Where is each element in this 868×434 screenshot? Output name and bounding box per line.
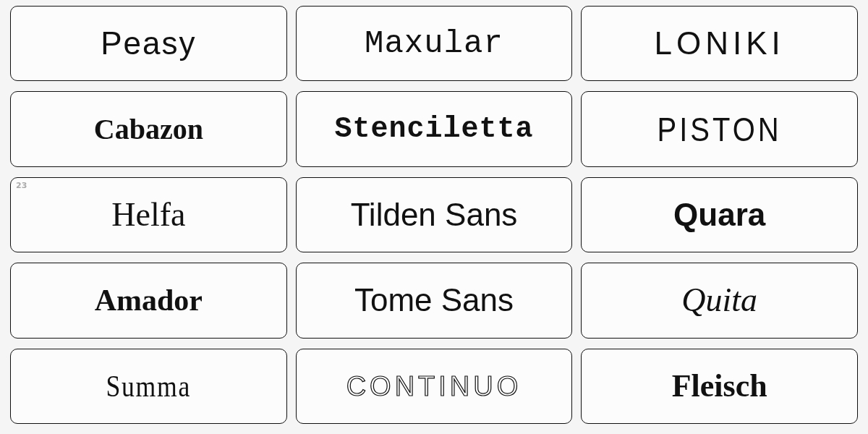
font-name: Helfa — [111, 198, 185, 231]
font-name: Summa — [106, 371, 192, 401]
font-name: Tilden Sans — [351, 199, 518, 231]
font-card[interactable]: Peasy — [10, 6, 287, 81]
font-badge: 23 — [16, 181, 27, 190]
font-name: Amador — [95, 285, 203, 315]
font-card[interactable]: Tilden Sans — [296, 177, 573, 252]
font-name: Fleisch — [672, 370, 767, 402]
font-card[interactable]: Fleisch — [581, 349, 858, 424]
font-card[interactable]: Summa — [10, 349, 287, 424]
font-name: PISTON — [658, 113, 782, 146]
font-card[interactable]: Amador — [10, 263, 287, 338]
font-card[interactable]: Tome Sans — [296, 263, 573, 338]
font-card[interactable]: Quara — [581, 177, 858, 252]
font-name: Quita — [681, 284, 757, 317]
font-card[interactable]: CONTINUO — [296, 349, 573, 424]
font-card[interactable]: Quita — [581, 263, 858, 338]
font-card[interactable]: Cabazon — [10, 91, 287, 166]
font-name: Peasy — [101, 27, 196, 59]
font-card[interactable]: 23 Helfa — [10, 177, 287, 252]
font-name: Maxular — [365, 27, 503, 59]
font-name: Quara — [673, 199, 765, 231]
font-card[interactable]: Stenciletta — [296, 91, 573, 166]
font-name: LONIKI — [655, 27, 785, 59]
font-name: CONTINUO — [346, 373, 522, 400]
font-name: Stenciletta — [334, 115, 533, 144]
font-card[interactable]: LONIKI — [581, 6, 858, 81]
font-card[interactable]: Maxular — [296, 6, 573, 81]
font-name: Cabazon — [94, 115, 203, 144]
font-grid: Peasy Maxular LONIKI Cabazon Stenciletta… — [0, 0, 868, 434]
font-card[interactable]: PISTON — [581, 91, 858, 166]
font-name: Tome Sans — [354, 284, 514, 316]
